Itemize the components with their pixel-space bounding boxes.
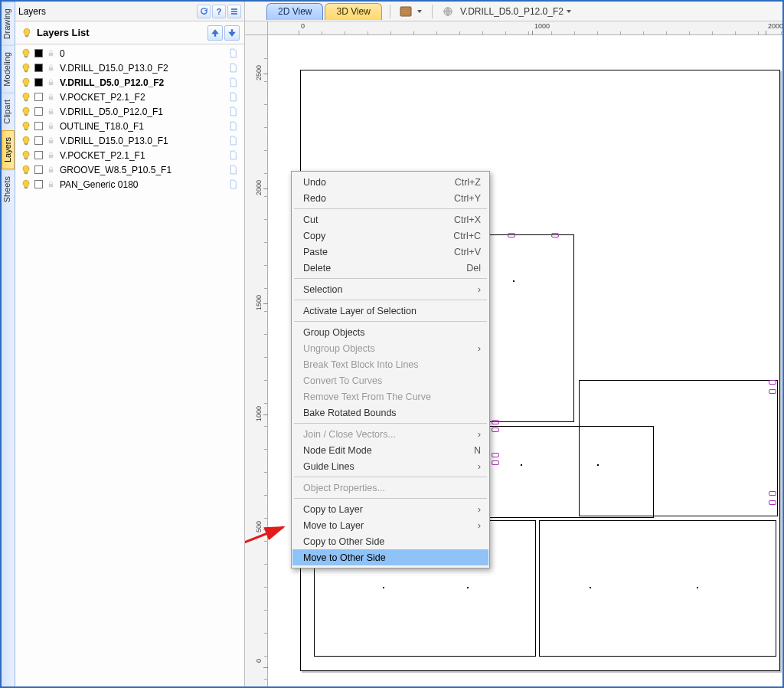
layer-row[interactable]: V.POCKET_P2.1_F2 — [15, 90, 244, 104]
layer-page-icon[interactable] — [226, 92, 240, 102]
layer-row[interactable]: OUTLINE_T18.0_F1 — [15, 119, 244, 133]
color-swatch[interactable] — [32, 49, 44, 57]
layer-name: V.DRILL_D5.0_P12.0_F1 — [57, 106, 226, 117]
dropdown-icon[interactable] — [415, 4, 424, 19]
visibility-bulb-icon[interactable] — [20, 106, 32, 117]
layer-row[interactable]: V.DRILL_D15.0_P13.0_F1 — [15, 133, 244, 148]
color-swatch[interactable] — [32, 122, 44, 130]
globe-icon[interactable] — [440, 4, 456, 19]
move-layer-down-button[interactable] — [224, 25, 240, 41]
layer-page-icon[interactable] — [226, 48, 240, 58]
context-menu[interactable]: UndoCtrl+ZRedoCtrl+YCutCtrl+XCopyCtrl+CP… — [291, 171, 490, 568]
lock-icon[interactable] — [44, 64, 57, 72]
lock-icon[interactable] — [44, 78, 57, 87]
vtab-sheets[interactable]: Sheets — [2, 169, 15, 208]
layer-row[interactable]: V.DRILL_D15.0_P13.0_F2 — [15, 61, 244, 75]
lock-icon[interactable] — [44, 93, 57, 101]
svg-rect-16 — [48, 155, 53, 158]
vtab-clipart[interactable]: Clipart — [2, 93, 15, 130]
menu-item-group-objects[interactable]: Group Objects — [292, 324, 488, 340]
color-swatch[interactable] — [32, 107, 44, 116]
layer-page-icon[interactable] — [226, 179, 240, 189]
layer-page-icon[interactable] — [226, 77, 240, 87]
menu-item-bake-rotated-bounds[interactable]: Bake Rotated Bounds — [292, 405, 488, 421]
menu-item-undo[interactable]: UndoCtrl+Z — [292, 174, 488, 190]
svg-rect-15 — [24, 158, 28, 159]
menu-item-selection[interactable]: Selection — [292, 281, 488, 297]
lock-icon[interactable] — [44, 122, 57, 130]
visibility-bulb-icon[interactable] — [20, 77, 32, 88]
layer-row[interactable]: 0 — [15, 46, 244, 61]
visibility-bulb-icon[interactable] — [20, 165, 32, 175]
menu-item-copy[interactable]: CopyCtrl+C — [292, 228, 488, 244]
layer-list[interactable]: 0V.DRILL_D15.0_P13.0_F2V.DRILL_D5.0_P12.… — [15, 44, 244, 686]
layer-row[interactable]: PAN_Generic 0180 — [15, 177, 244, 192]
layer-page-icon[interactable] — [226, 63, 240, 73]
material-icon[interactable] — [398, 4, 413, 19]
color-swatch[interactable] — [32, 78, 44, 87]
main-area: 2D View 3D View V.DRILL_D5.0_P12.0_F2 01… — [245, 2, 782, 686]
lock-icon[interactable] — [44, 165, 57, 174]
layer-row[interactable]: GROOVE_W8.5_P10.5_F1 — [15, 162, 244, 177]
layer-page-icon[interactable] — [226, 106, 240, 116]
layer-page-icon[interactable] — [226, 121, 240, 131]
menu-item-guide-lines[interactable]: Guide Lines — [292, 458, 488, 474]
svg-rect-11 — [24, 129, 28, 130]
layer-name: PAN_Generic 0180 — [57, 179, 226, 190]
color-swatch[interactable] — [32, 151, 44, 159]
document-title[interactable]: V.DRILL_D5.0_P12.0_F2 — [460, 6, 572, 17]
lock-icon[interactable] — [44, 151, 57, 159]
menu-item-activate-layer-of-selection[interactable]: Activate Layer of Selection — [292, 303, 488, 319]
color-swatch[interactable] — [32, 165, 44, 174]
layer-row[interactable]: V.DRILL_D5.0_P12.0_F2 — [15, 75, 244, 90]
lock-icon[interactable] — [44, 136, 57, 145]
tab-3d-view[interactable]: 3D View — [325, 3, 381, 20]
vtab-drawing[interactable]: Drawing — [2, 2, 15, 45]
visibility-bulb-icon[interactable] — [20, 136, 32, 146]
layer-page-icon[interactable] — [226, 165, 240, 175]
menu-item-paste[interactable]: PasteCtrl+V — [292, 244, 488, 260]
menu-item-delete[interactable]: DeleteDel — [292, 260, 488, 276]
menu-item-copy-to-other-side[interactable]: Copy to Other Side — [292, 533, 488, 549]
drill-hole — [492, 420, 499, 424]
visibility-bulb-icon[interactable] — [20, 48, 32, 59]
visibility-bulb-icon[interactable] — [20, 150, 32, 161]
vertical-tab-strip: DrawingModelingClipartLayersSheets — [2, 2, 15, 686]
menu-item-cut[interactable]: CutCtrl+X — [292, 211, 488, 228]
menu-item-move-to-layer[interactable]: Move to Layer — [292, 517, 488, 533]
visibility-bulb-icon[interactable] — [20, 179, 32, 190]
color-swatch[interactable] — [32, 136, 44, 145]
menu-item-move-to-other-side[interactable]: Move to Other Side — [292, 549, 488, 565]
vtab-layers[interactable]: Layers — [2, 130, 15, 169]
layer-page-icon[interactable] — [226, 150, 240, 160]
refresh-icon[interactable] — [197, 5, 211, 18]
layer-row[interactable]: V.POCKET_P2.1_F1 — [15, 148, 244, 162]
bulb-icon[interactable] — [20, 26, 34, 40]
lock-icon[interactable] — [44, 107, 57, 116]
part[interactable] — [579, 380, 778, 516]
visibility-bulb-icon[interactable] — [20, 92, 32, 103]
color-swatch[interactable] — [32, 93, 44, 101]
canvas-2d-view[interactable]: 010002000 25002000150010005000 — [245, 21, 782, 686]
layer-row[interactable]: V.DRILL_D5.0_P12.0_F1 — [15, 104, 244, 119]
color-swatch[interactable] — [32, 64, 44, 72]
lock-icon[interactable] — [44, 180, 57, 188]
menu-item-join-close-vectors: Join / Close Vectors... — [292, 426, 488, 442]
part[interactable] — [539, 520, 776, 657]
color-swatch[interactable] — [32, 180, 44, 188]
help-icon[interactable]: ? — [212, 5, 226, 18]
move-layer-up-button[interactable] — [207, 25, 223, 41]
menu-item-copy-to-layer[interactable]: Copy to Layer — [292, 501, 488, 517]
svg-rect-13 — [24, 143, 28, 145]
tab-2d-view[interactable]: 2D View — [266, 3, 323, 20]
layer-name: OUTLINE_T18.0_F1 — [57, 121, 226, 132]
visibility-bulb-icon[interactable] — [20, 63, 32, 74]
drill-hole — [769, 389, 776, 394]
visibility-bulb-icon[interactable] — [20, 121, 32, 132]
menu-item-redo[interactable]: RedoCtrl+Y — [292, 190, 488, 206]
vtab-modeling[interactable]: Modeling — [2, 45, 15, 93]
layer-page-icon[interactable] — [226, 136, 240, 146]
lock-icon[interactable] — [44, 49, 57, 57]
menu-icon[interactable] — [227, 5, 241, 18]
menu-item-node-edit-mode[interactable]: Node Edit ModeN — [292, 442, 488, 458]
